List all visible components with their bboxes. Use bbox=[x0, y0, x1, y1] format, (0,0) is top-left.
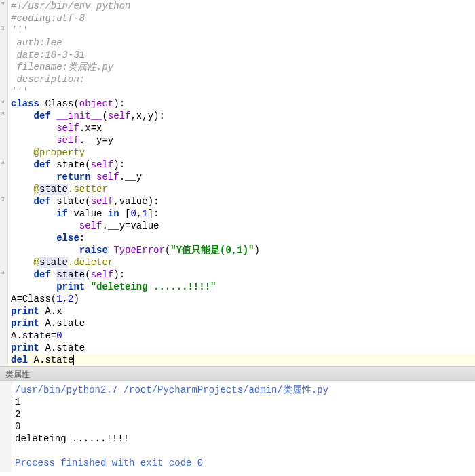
console-output-line: deleteing ......!!!! bbox=[15, 433, 475, 445]
code-line[interactable]: self.x=x bbox=[10, 122, 475, 134]
code-line[interactable]: else: bbox=[10, 232, 475, 244]
class-keyword: class bbox=[11, 98, 39, 109]
self-keyword: self bbox=[108, 111, 131, 121]
self-keyword: self bbox=[91, 269, 114, 280]
fold-icon[interactable]: ⊟ bbox=[1, 269, 4, 276]
print-keyword: print bbox=[11, 342, 39, 353]
code-text: A.x bbox=[39, 306, 62, 317]
code-line[interactable]: @state.setter bbox=[10, 183, 475, 195]
code-line[interactable]: print A.state bbox=[10, 342, 475, 354]
class-name: Class bbox=[39, 98, 73, 109]
in-keyword: in bbox=[108, 208, 119, 219]
code-line[interactable]: def state(self): bbox=[10, 159, 475, 171]
console-command: /usr/bin/python2.7 /root/PycharmProjects… bbox=[15, 384, 475, 396]
docstring-line: filename:类属性.py bbox=[11, 62, 113, 73]
string-literal: "deleteing ......!!!!" bbox=[91, 281, 216, 292]
self-keyword: self bbox=[91, 159, 114, 170]
fold-icon[interactable]: ⊟ bbox=[1, 0, 4, 7]
code-line[interactable]: filename:类属性.py bbox=[10, 61, 475, 73]
code-line[interactable]: def __init__(self,x,y): bbox=[10, 110, 475, 122]
paren: ): bbox=[113, 159, 125, 170]
def-keyword: def bbox=[34, 111, 51, 121]
method-name: state bbox=[56, 269, 85, 280]
editor-gutter: ⊟ ⊟ ⊟ ⊟ ⊟ ⊟ ⊟ bbox=[0, 0, 8, 366]
self-keyword: self bbox=[96, 172, 119, 182]
code-line[interactable]: print "deleteing ......!!!!" bbox=[10, 281, 475, 293]
else-keyword: else bbox=[56, 233, 79, 243]
paren: ) bbox=[254, 245, 260, 256]
code-line[interactable]: date:18-3-31 bbox=[10, 49, 475, 61]
run-tab-label[interactable]: 类属性 bbox=[0, 366, 475, 381]
docstring-line: date:18-3-31 bbox=[11, 49, 85, 60]
console-blank bbox=[15, 445, 475, 457]
property-decorator: @property bbox=[34, 147, 86, 158]
paren: ): bbox=[113, 269, 125, 280]
code-text: .x=x bbox=[79, 123, 102, 134]
code-line[interactable]: @state.deleter bbox=[10, 256, 475, 269]
code-line[interactable]: ''' bbox=[10, 24, 475, 37]
def-keyword: def bbox=[34, 269, 51, 280]
colon: : bbox=[79, 233, 85, 243]
code-line[interactable]: print A.x bbox=[10, 305, 475, 317]
code-line[interactable]: return self.__y bbox=[10, 171, 475, 183]
args: ,value): bbox=[113, 196, 159, 207]
number-literal: 0 bbox=[130, 208, 136, 219]
code-line[interactable]: auth:lee bbox=[10, 37, 475, 49]
at-symbol: @ bbox=[34, 184, 39, 195]
code-text: .__y=y bbox=[79, 135, 113, 146]
comma: , bbox=[62, 294, 68, 304]
code-text: .__y bbox=[119, 172, 142, 182]
console-exit-message: Process finished with exit code 0 bbox=[15, 457, 475, 469]
code-line[interactable]: class Class(object): bbox=[10, 98, 475, 110]
self-keyword: self bbox=[79, 220, 102, 231]
decorator-name: state bbox=[39, 257, 68, 268]
number-literal: 1 bbox=[142, 208, 147, 219]
code-line[interactable]: ''' bbox=[10, 85, 475, 98]
args: ,x,y): bbox=[130, 111, 164, 121]
paren: ): bbox=[113, 98, 125, 109]
exception-type: TypeError bbox=[113, 245, 165, 256]
console-output[interactable]: /usr/bin/python2.7 /root/PycharmProjects… bbox=[0, 381, 475, 472]
bracket: ]: bbox=[148, 208, 159, 219]
code-line[interactable]: description: bbox=[10, 73, 475, 85]
code-text: value bbox=[68, 208, 108, 219]
string-literal: "Y值只能是(0,1)" bbox=[170, 245, 254, 256]
paren: ( bbox=[102, 111, 107, 121]
fold-icon[interactable]: ⊟ bbox=[1, 159, 4, 166]
code-line[interactable]: self.__y=value bbox=[10, 220, 475, 232]
self-keyword: self bbox=[91, 196, 114, 207]
code-line[interactable]: #coding:utf-8 bbox=[10, 12, 475, 24]
print-keyword: print bbox=[11, 306, 39, 317]
code-line[interactable]: A=Class(1,2) bbox=[10, 293, 475, 305]
code-line-active[interactable]: del A.state bbox=[10, 354, 475, 366]
code-line[interactable]: #!/usr/bin/env python bbox=[10, 0, 475, 12]
code-line[interactable]: def state(self): bbox=[10, 269, 475, 281]
paren: ( bbox=[85, 269, 90, 280]
code-line[interactable]: raise TypeError("Y值只能是(0,1)") bbox=[10, 244, 475, 256]
code-line[interactable]: @property bbox=[10, 146, 475, 159]
method-name: state bbox=[51, 159, 85, 170]
code-line[interactable]: self.__y=y bbox=[10, 134, 475, 146]
docstring-start: ''' bbox=[11, 25, 28, 36]
paren: ( bbox=[85, 159, 90, 170]
code-line[interactable]: def state(self,value): bbox=[10, 195, 475, 207]
code-editor[interactable]: ⊟ ⊟ ⊟ ⊟ ⊟ ⊟ ⊟ #!/usr/bin/env python #cod… bbox=[0, 0, 475, 366]
code-line[interactable]: print A.state bbox=[10, 317, 475, 330]
def-keyword: def bbox=[34, 159, 51, 170]
console-gutter bbox=[0, 381, 12, 472]
code-text: A.state bbox=[28, 355, 73, 365]
setter-decorator: .setter bbox=[68, 184, 108, 195]
return-keyword: return bbox=[56, 172, 90, 182]
deleter-decorator: .deleter bbox=[68, 257, 113, 268]
fold-icon[interactable]: ⊟ bbox=[1, 110, 4, 117]
init-method: __init__ bbox=[56, 111, 102, 121]
code-text: A.state= bbox=[11, 330, 56, 341]
fold-icon[interactable]: ⊟ bbox=[1, 24, 4, 32]
fold-icon[interactable]: ⊟ bbox=[1, 195, 4, 203]
paren: ( bbox=[73, 98, 79, 109]
code-line[interactable]: if value in [0,1]: bbox=[10, 207, 475, 220]
def-keyword: def bbox=[34, 196, 51, 207]
print-keyword: print bbox=[56, 281, 85, 292]
code-line[interactable]: A.state=0 bbox=[10, 330, 475, 342]
fold-icon[interactable]: ⊟ bbox=[1, 98, 4, 105]
